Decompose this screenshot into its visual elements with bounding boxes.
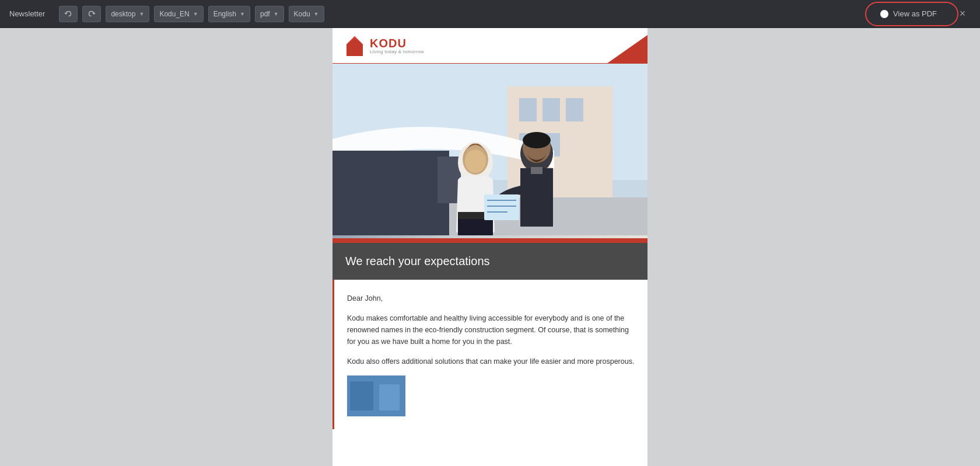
newsletter-teaser-image (347, 375, 405, 416)
svg-rect-23 (520, 168, 553, 227)
svg-marker-0 (346, 36, 363, 56)
newsletter-logo-bar: KODU Living today & tomorrow (332, 28, 648, 63)
chevron-down-icon: ▼ (274, 11, 279, 17)
newsletter-greeting: Dear John, (347, 293, 635, 304)
view-as-pdf-button[interactable]: View as PDF (872, 6, 945, 22)
language-select[interactable]: English ▼ (208, 6, 250, 22)
newsletter-paragraph-2: Kodu also offers additional solutions th… (347, 356, 635, 367)
kodu-logo-text: KODU Living today & tomorrow (370, 37, 424, 54)
svg-rect-13 (438, 157, 461, 203)
app-title: Newsletter (9, 9, 45, 18)
svg-rect-33 (379, 384, 400, 411)
newsletter-paragraph-1: Kodu makes comfortable and healthy livin… (347, 312, 635, 347)
chevron-down-icon: ▼ (240, 11, 245, 17)
svg-point-30 (523, 132, 551, 148)
kodu-logo: KODU Living today & tomorrow (344, 34, 424, 57)
left-panel (0, 28, 332, 466)
svg-rect-24 (531, 167, 542, 174)
newsletter-body: Dear John, Kodu makes comfortable and he… (332, 280, 648, 429)
newsletter-hero-image (332, 63, 648, 238)
chevron-down-icon: ▼ (139, 11, 144, 17)
kodu-logo-icon (344, 34, 365, 57)
svg-rect-21 (458, 219, 493, 235)
redo-button[interactable] (82, 6, 101, 22)
newsletter-red-stripe (332, 238, 648, 243)
template-select[interactable]: Kodu_EN ▼ (154, 6, 203, 22)
view-pdf-dot-icon (880, 10, 888, 18)
svg-rect-12 (332, 151, 449, 235)
svg-rect-25 (484, 194, 519, 220)
svg-rect-7 (566, 98, 583, 121)
device-select[interactable]: desktop ▼ (106, 6, 149, 22)
format-select[interactable]: pdf ▼ (255, 6, 284, 22)
main-area: KODU Living today & tomorrow (0, 28, 980, 466)
newsletter-header: KODU Living today & tomorrow (332, 28, 648, 238)
svg-rect-6 (542, 98, 560, 121)
undo-button[interactable] (59, 6, 78, 22)
svg-rect-5 (519, 98, 537, 121)
view-pdf-wrapper: View as PDF (872, 6, 945, 22)
close-button[interactable]: × (954, 6, 971, 22)
newsletter-preview: KODU Living today & tomorrow (332, 28, 648, 466)
svg-point-19 (465, 149, 486, 173)
chevron-down-icon: ▼ (314, 11, 319, 17)
brand-select[interactable]: Kodu ▼ (289, 6, 324, 22)
newsletter-title-section: We reach your expectations (332, 243, 648, 280)
svg-rect-32 (350, 381, 373, 411)
right-panel (648, 28, 980, 466)
toolbar: Newsletter desktop ▼ Kodu_EN ▼ English ▼… (0, 0, 980, 28)
newsletter-teaser (347, 375, 635, 416)
newsletter-title: We reach your expectations (345, 255, 635, 268)
chevron-down-icon: ▼ (193, 11, 198, 17)
